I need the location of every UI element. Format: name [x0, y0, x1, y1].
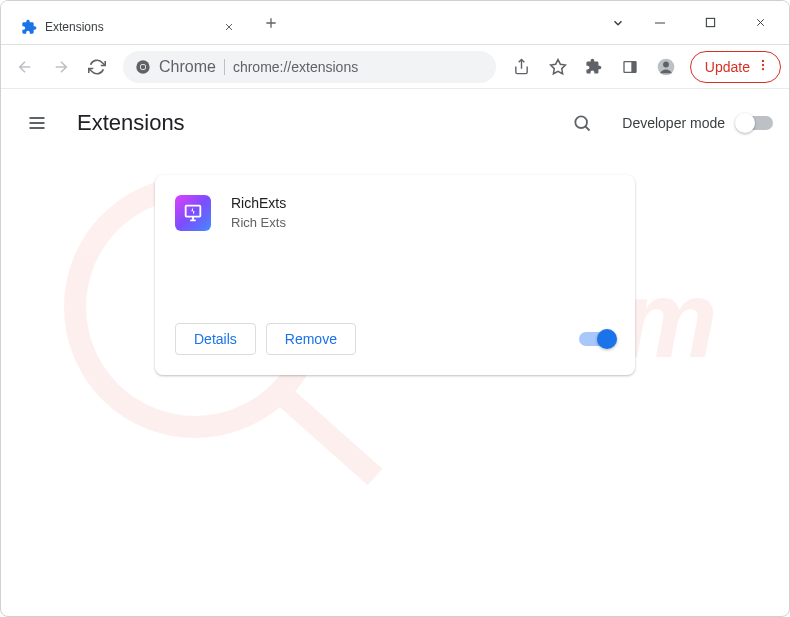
menu-button[interactable] [17, 103, 57, 143]
extension-card: RichExts Rich Exts Details Remove [155, 175, 635, 375]
svg-point-7 [141, 64, 146, 69]
address-url: chrome://extensions [233, 59, 358, 75]
maximize-button[interactable] [687, 7, 733, 39]
header-right: Developer mode [562, 103, 773, 143]
extensions-button[interactable] [578, 51, 610, 83]
page-title: Extensions [77, 110, 185, 136]
address-bar[interactable]: Chrome chrome://extensions [123, 51, 496, 83]
svg-line-20 [586, 127, 590, 131]
remove-button[interactable]: Remove [266, 323, 356, 355]
card-top: RichExts Rich Exts [175, 195, 615, 315]
profile-button[interactable] [650, 51, 682, 83]
toolbar: Chrome chrome://extensions Update [1, 45, 789, 89]
svg-point-13 [762, 60, 764, 62]
svg-point-15 [762, 68, 764, 70]
address-protocol: Chrome [159, 58, 216, 76]
window-controls [603, 7, 789, 39]
reload-button[interactable] [81, 51, 113, 83]
sidepanel-button[interactable] [614, 51, 646, 83]
developer-mode-toggle[interactable] [737, 116, 773, 130]
extension-name: RichExts [231, 195, 615, 211]
search-button[interactable] [562, 103, 602, 143]
tab-title: Extensions [45, 20, 213, 34]
extension-info: RichExts Rich Exts [231, 195, 615, 315]
svg-point-19 [576, 116, 588, 128]
svg-point-14 [762, 64, 764, 66]
content-area: RichExts Rich Exts Details Remove [1, 151, 789, 399]
details-button[interactable]: Details [175, 323, 256, 355]
chrome-logo-icon [135, 59, 151, 75]
page-header: Extensions Developer mode [1, 95, 789, 151]
extension-enabled-toggle[interactable] [579, 332, 615, 346]
minimize-button[interactable] [637, 7, 683, 39]
browser-tab[interactable]: Extensions [9, 10, 249, 44]
address-divider [224, 59, 225, 75]
svg-marker-8 [550, 59, 565, 73]
more-menu-icon [756, 58, 770, 75]
extension-icon [175, 195, 211, 231]
close-tab-icon[interactable] [221, 19, 237, 35]
back-button [9, 51, 41, 83]
extension-puzzle-icon [21, 19, 37, 35]
developer-mode: Developer mode [622, 115, 773, 131]
update-button[interactable]: Update [690, 51, 781, 83]
close-window-button[interactable] [737, 7, 783, 39]
new-tab-button[interactable] [257, 9, 285, 37]
svg-rect-4 [706, 18, 714, 26]
bookmark-button[interactable] [542, 51, 574, 83]
svg-line-1 [285, 397, 375, 477]
developer-mode-label: Developer mode [622, 115, 725, 131]
titlebar: Extensions [1, 1, 789, 45]
share-button[interactable] [506, 51, 538, 83]
svg-rect-10 [631, 61, 636, 72]
card-actions: Details Remove [175, 323, 615, 355]
svg-point-12 [663, 61, 669, 67]
extension-description: Rich Exts [231, 215, 615, 230]
tab-dropdown-button[interactable] [603, 7, 633, 39]
forward-button [45, 51, 77, 83]
update-label: Update [705, 59, 750, 75]
